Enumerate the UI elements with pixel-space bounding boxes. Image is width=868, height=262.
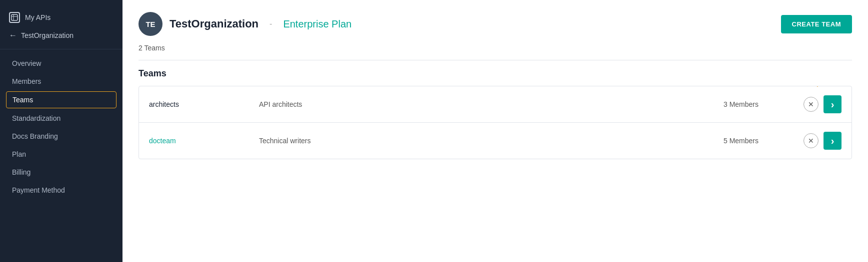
team-name-architects: architects	[149, 100, 259, 108]
my-apis-label: My APIs	[25, 13, 50, 21]
team-actions-architects: ✕ ›	[804, 95, 842, 113]
sidebar-item-members[interactable]: Members	[0, 72, 122, 90]
sidebar-top: My APIs ← TestOrganization	[0, 0, 122, 49]
close-icon: ✕	[808, 137, 814, 145]
sidebar-item-teams[interactable]: Teams	[6, 91, 116, 108]
chevron-right-icon: ›	[831, 135, 834, 147]
back-arrow-icon: ←	[9, 31, 17, 40]
sidebar-navigation: OverviewMembersTeamsStandardizationDocs …	[0, 49, 122, 204]
sidebar-item-org[interactable]: ← TestOrganization	[9, 26, 114, 42]
sidebar-item-overview[interactable]: Overview	[0, 54, 122, 72]
table-row: architects API architects 3 Members ✕ ›	[139, 86, 852, 123]
cube-icon	[9, 12, 20, 23]
plan-label: Enterprise Plan	[283, 18, 352, 30]
sidebar-item-billing[interactable]: Billing	[0, 163, 122, 181]
sidebar-item-docs-branding[interactable]: Docs Branding	[0, 127, 122, 145]
team-desc-docteam: Technical writers	[259, 137, 724, 145]
teams-count: 2 Teams	[138, 44, 852, 52]
header-divider	[138, 60, 852, 60]
org-avatar: TE	[138, 12, 162, 36]
teams-table: architects API architects 3 Members ✕ › …	[138, 86, 852, 159]
sidebar-item-standardization[interactable]: Standardization	[0, 109, 122, 127]
team-members-architects: 3 Members	[724, 100, 804, 108]
page-header: TE TestOrganization - Enterprise Plan CR…	[138, 12, 852, 36]
create-team-button[interactable]: CREATE TEAM	[781, 15, 852, 33]
header-left: TE TestOrganization - Enterprise Plan	[138, 12, 352, 36]
org-name-sidebar: TestOrganization	[21, 31, 74, 39]
chevron-right-icon: ›	[831, 99, 834, 110]
close-icon: ✕	[808, 100, 814, 108]
table-row: docteam Technical writers 5 Members ✕ ›	[139, 123, 852, 159]
goto-team-docteam-button[interactable]: ›	[824, 132, 842, 150]
delete-team-architects-button[interactable]: ✕	[804, 97, 818, 112]
goto-team-architects-button[interactable]: ›	[824, 95, 842, 113]
team-members-docteam: 5 Members	[724, 137, 804, 145]
team-name-docteam[interactable]: docteam	[149, 137, 259, 145]
section-title: Teams	[138, 68, 852, 79]
svg-rect-0	[12, 14, 18, 20]
title-separator: -	[270, 19, 272, 28]
delete-team-docteam-button[interactable]: ✕	[804, 133, 818, 148]
org-title: TestOrganization	[170, 17, 258, 30]
team-desc-architects: API architects	[259, 100, 724, 108]
main-content: TE TestOrganization - Enterprise Plan CR…	[122, 0, 868, 262]
sidebar: My APIs ← TestOrganization OverviewMembe…	[0, 0, 122, 262]
team-actions-docteam: ✕ ›	[804, 132, 842, 150]
sidebar-item-payment-method[interactable]: Payment Method	[0, 181, 122, 199]
sidebar-item-my-apis[interactable]: My APIs	[9, 7, 114, 26]
sidebar-item-plan[interactable]: Plan	[0, 145, 122, 163]
